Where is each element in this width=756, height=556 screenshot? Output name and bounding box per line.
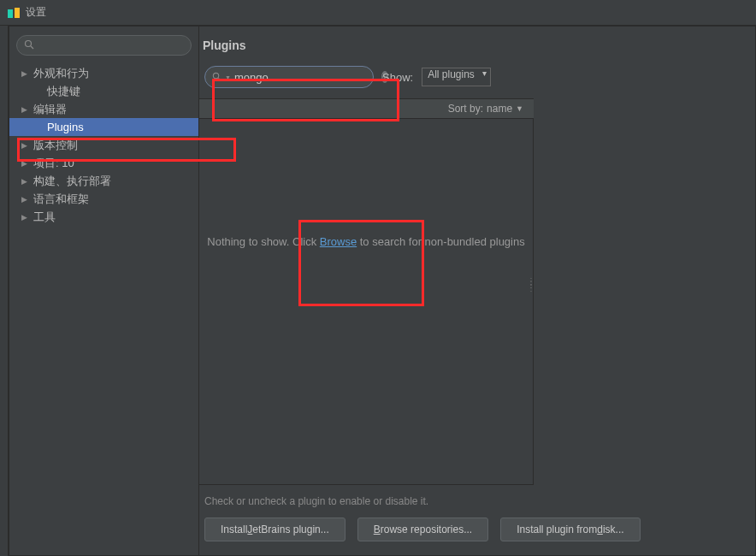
chevron-right-icon: ▶: [21, 69, 28, 78]
sidebar-item-8[interactable]: ▶工具: [9, 208, 198, 226]
settings-window: ▶外观和行为快捷键▶编辑器Plugins▶版本控制▶项目: 10▶构建、执行部署…: [9, 26, 756, 556]
sidebar: ▶外观和行为快捷键▶编辑器Plugins▶版本控制▶项目: 10▶构建、执行部署…: [9, 27, 199, 555]
sidebar-item-label: 构建、执行部署: [33, 174, 111, 189]
sort-label: Sort by:: [448, 103, 483, 115]
sidebar-item-label: Plugins: [47, 121, 84, 133]
sidebar-item-label: 快捷键: [47, 84, 80, 99]
sidebar-item-5[interactable]: ▶项目: 10: [9, 154, 198, 172]
plugins-search-row: ▼ ✕ Show: All plugins: [199, 59, 755, 98]
sort-value: name: [487, 103, 512, 115]
hint-text: Check or uncheck a plugin to enable or d…: [199, 485, 755, 518]
settings-tree: ▶外观和行为快捷键▶编辑器Plugins▶版本控制▶项目: 10▶构建、执行部署…: [9, 64, 198, 555]
chevron-right-icon: ▶: [21, 195, 28, 204]
resize-handle[interactable]: ⋮⋮⋮: [527, 280, 536, 290]
search-icon: [212, 72, 221, 83]
chevron-down-icon: ▼: [516, 104, 523, 113]
plugin-search[interactable]: ▼ ✕: [204, 66, 374, 88]
browse-link[interactable]: Browse: [320, 235, 357, 248]
content-area: ▶外观和行为快捷键▶编辑器Plugins▶版本控制▶项目: 10▶构建、执行部署…: [9, 27, 755, 555]
plugins-list: Nothing to show. Click Browse to search …: [199, 119, 534, 485]
sidebar-item-2[interactable]: ▶编辑器: [9, 100, 198, 118]
browse-repositories-button[interactable]: Browse repositories...: [357, 518, 488, 541]
sidebar-item-6[interactable]: ▶构建、执行部署: [9, 172, 198, 190]
sidebar-item-1[interactable]: 快捷键: [9, 82, 198, 100]
plugins-panel: Plugins ▼ ✕ Show: All plugins Sort by: n…: [199, 27, 755, 555]
chevron-right-icon: ▶: [21, 141, 28, 150]
sidebar-item-label: 外观和行为: [33, 66, 89, 81]
show-label: Show:: [382, 71, 413, 84]
svg-rect-1: [15, 8, 20, 18]
chevron-down-icon[interactable]: ▼: [225, 74, 231, 80]
sidebar-item-label: 语言和框架: [33, 192, 89, 207]
search-icon: [24, 38, 34, 53]
button-row: Install JetBrains plugin... Browse repos…: [199, 518, 755, 555]
left-gutter: [0, 26, 9, 556]
sidebar-search-input[interactable]: [16, 35, 192, 56]
chevron-right-icon: ▶: [21, 177, 28, 186]
chevron-right-icon: ▶: [21, 213, 28, 222]
svg-rect-0: [8, 9, 13, 18]
sidebar-item-7[interactable]: ▶语言和框架: [9, 190, 198, 208]
sidebar-item-label: 编辑器: [33, 102, 67, 117]
svg-line-5: [218, 78, 221, 80]
svg-line-3: [31, 46, 33, 49]
sidebar-item-4[interactable]: ▶版本控制: [9, 136, 198, 154]
sidebar-item-label: 版本控制: [33, 138, 78, 153]
sidebar-item-label: 工具: [33, 210, 56, 225]
plugin-search-input[interactable]: [234, 71, 378, 84]
show-select[interactable]: All plugins: [422, 68, 491, 86]
page-title: Plugins: [199, 27, 755, 59]
sort-bar[interactable]: Sort by: name ▼: [199, 98, 534, 119]
svg-point-2: [26, 41, 32, 47]
titlebar-title: 设置: [26, 5, 46, 20]
install-jetbrains-button[interactable]: Install JetBrains plugin...: [204, 518, 346, 541]
titlebar: 设置: [0, 0, 756, 26]
sidebar-item-3[interactable]: Plugins: [9, 118, 198, 136]
sidebar-item-label: 项目: 10: [33, 156, 74, 171]
svg-point-4: [213, 73, 218, 78]
sidebar-item-0[interactable]: ▶外观和行为: [9, 64, 198, 82]
empty-state: Nothing to show. Click Browse to search …: [199, 235, 533, 248]
app-icon: [7, 6, 21, 20]
chevron-right-icon: ▶: [21, 159, 28, 168]
install-from-disk-button[interactable]: Install plugin from disk...: [500, 518, 640, 541]
chevron-right-icon: ▶: [21, 105, 28, 114]
